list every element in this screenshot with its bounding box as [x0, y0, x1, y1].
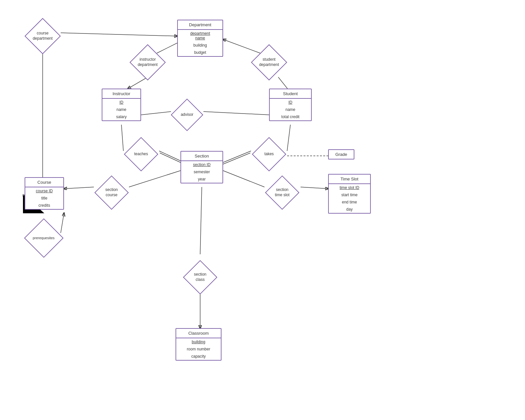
grade-title: Grade — [329, 150, 354, 159]
student-attr-name: name — [270, 106, 311, 113]
section-attr-id: section ID — [181, 161, 222, 168]
classroom-title: Classroom — [176, 329, 221, 338]
instructor-attr-name: name — [102, 106, 140, 113]
timeslot-entity: Time Slot time slot ID start time end ti… — [328, 174, 371, 214]
instructor-department-diamond: instructordepartment — [130, 44, 166, 80]
takes-diamond: takes — [252, 137, 286, 171]
student-department-diamond: studentdepartment — [251, 44, 287, 80]
course-attr-credits: credits — [25, 202, 63, 209]
instructor-attr-salary: salary — [102, 113, 140, 120]
classroom-entity: Classroom building room number capacity — [176, 328, 221, 361]
timeslot-attr-start: start time — [329, 191, 370, 199]
section-class-diamond: sectionclass — [183, 260, 217, 294]
section-course-diamond: sectioncourse — [94, 176, 129, 210]
department-entity: Department departmentname building budge… — [177, 20, 223, 57]
department-attr-name: departmentname — [178, 30, 222, 42]
student-attr-id: ID — [270, 99, 311, 106]
section-timeslot-diamond: sectiontime slot — [265, 176, 299, 210]
teaches-diamond: teaches — [124, 137, 158, 171]
prerequesites-diamond: prerequesites — [24, 218, 63, 258]
grade-entity: Grade — [328, 149, 354, 159]
timeslot-attr-day: day — [329, 206, 370, 213]
advisor-diamond: advisor — [171, 98, 203, 131]
department-attr-budget: budget — [178, 49, 222, 56]
course-attr-title: title — [25, 195, 63, 202]
timeslot-attr-id: time slot ID — [329, 184, 370, 191]
student-attr-totalcredit: total credit — [270, 113, 311, 120]
timeslot-attr-end: end time — [329, 199, 370, 206]
instructor-title: Instructor — [102, 89, 140, 98]
student-title: Student — [270, 89, 311, 98]
classroom-attr-roomnum: room number — [176, 346, 221, 353]
department-attr-building: building — [178, 42, 222, 49]
course-entity: Course course ID title credits — [25, 177, 64, 210]
classroom-attr-capacity: capacity — [176, 353, 221, 360]
course-title: Course — [25, 178, 63, 187]
department-title: Department — [178, 20, 222, 29]
student-entity: Student ID name total credit — [269, 89, 312, 121]
section-title: Section — [181, 152, 222, 160]
timeslot-title: Time Slot — [329, 175, 370, 183]
classroom-attr-building: building — [176, 338, 221, 346]
instructor-entity: Instructor ID name salary — [102, 89, 141, 121]
section-attr-semester: semester — [181, 168, 222, 176]
course-department-diamond: coursedepartment — [25, 18, 61, 54]
course-attr-id: course ID — [25, 187, 63, 195]
section-attr-year: year — [181, 176, 222, 183]
section-entity: Section section ID semester year — [180, 151, 223, 183]
instructor-attr-id: ID — [102, 99, 140, 106]
